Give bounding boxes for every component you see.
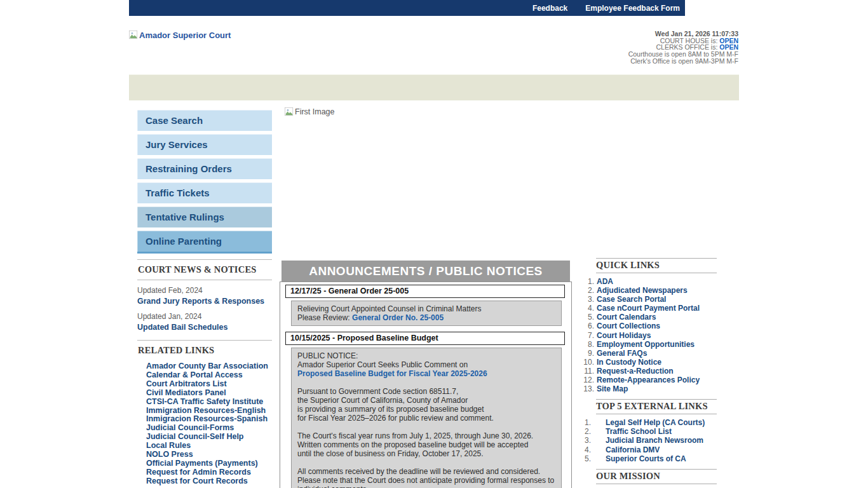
related-link-request-for-court-records[interactable]: Request for Court Records xyxy=(146,477,272,486)
line-gap xyxy=(297,458,555,467)
announcement-text: Relieving Court Appointed Counsel in Cri… xyxy=(297,304,481,313)
top5-link-traffic-school-list[interactable]: Traffic School List xyxy=(606,427,672,436)
first-image-alt-text: First Image xyxy=(295,107,335,116)
announcement-link-general-order-no-25-005[interactable]: General Order No. 25-005 xyxy=(352,313,444,322)
announcement-link-proposed-baseline-budget-for-fiscal-year-2025-2026[interactable]: Proposed Baseline Budget for Fiscal Year… xyxy=(297,369,487,378)
related-link-official-payments-payments[interactable]: Official Payments (Payments) xyxy=(146,459,272,468)
news-link-grand-jury-reports-responses[interactable]: Grand Jury Reports & Responses xyxy=(137,297,264,306)
site-logo-link[interactable]: Amador Superior Court xyxy=(129,30,231,41)
quick-link-item: 6.Court Collections xyxy=(583,322,721,330)
announcement-text: All comments received by the deadline wi… xyxy=(297,467,540,476)
top5-link-california-dmv[interactable]: California DMV xyxy=(606,445,660,454)
quick-link-item: 13.Site Map xyxy=(583,384,721,393)
top5-links-heading: TOP 5 EXTERNAL LINKS xyxy=(596,401,717,412)
clerk-hours: Clerk's Office is open 9AM-3PM M-F xyxy=(628,58,738,65)
divider xyxy=(596,399,717,400)
top5-link-judicial-branch-newsroom[interactable]: Judicial Branch Newsroom xyxy=(606,436,703,445)
line-gap xyxy=(297,378,555,387)
site-logo-alt-text: Amador Superior Court xyxy=(139,30,231,40)
announcement-line: the Superior Court of California, County… xyxy=(297,396,555,405)
top5-link-item: 2.Traffic School List xyxy=(583,427,721,436)
related-link-judicial-council-self-help[interactable]: Judicial Council-Self Help xyxy=(146,433,272,442)
announcement-line: Proposed Baseline Budget for Fiscal Year… xyxy=(297,369,555,378)
related-link-amador-county-bar-association[interactable]: Amador County Bar Association xyxy=(146,362,272,371)
top5-link-item: 5.Superior Courts of CA xyxy=(583,454,721,463)
announcement-line: All comments received by the deadline wi… xyxy=(297,467,555,476)
divider xyxy=(137,259,272,260)
announcement-title: 10/15/2025 - Proposed Baseline Budget xyxy=(285,332,565,345)
news-link-updated-bail-schedules[interactable]: Updated Bail Schedules xyxy=(137,323,227,332)
announcement-line: Please note that the Court does not anti… xyxy=(297,476,555,485)
quick-link-case-search-portal[interactable]: Case Search Portal xyxy=(597,295,666,304)
mission-heading-wrap: OUR MISSION xyxy=(596,469,717,484)
quick-link-request-a-reduction[interactable]: Request-a-Reduction xyxy=(597,367,674,376)
announcement-text: individual comments. xyxy=(297,485,369,488)
divider xyxy=(137,280,272,280)
nav-button-restraining-orders[interactable]: Restraining Orders xyxy=(137,158,272,179)
mission-heading: OUR MISSION xyxy=(596,471,717,482)
header-banner-strip xyxy=(129,74,739,100)
announcement-text: for Fiscal Year 2025–2026 for public rev… xyxy=(297,414,494,423)
nav-button-jury-services[interactable]: Jury Services xyxy=(137,134,272,155)
news-item: Updated Jan, 2024Updated Bail Schedules xyxy=(137,312,272,332)
related-link-civil-mediators-panel[interactable]: Civil Mediators Panel xyxy=(146,389,272,398)
quick-link-employment-opportunities[interactable]: Employment Opportunities xyxy=(597,340,695,349)
nav-button-tentative-rulings[interactable]: Tentative Rulings xyxy=(137,207,272,227)
related-link-calendar-portal-access[interactable]: Calendar & Portal Access xyxy=(146,371,272,380)
list-number: 2. xyxy=(583,286,594,295)
top5-link-item: 3.Judicial Branch Newsroom xyxy=(583,436,721,445)
nav-button-case-search[interactable]: Case Search xyxy=(137,110,272,131)
quick-link-court-calendars[interactable]: Court Calendars xyxy=(597,313,656,322)
announcement-line: The Court's fiscal year runs from July 1… xyxy=(297,431,555,440)
list-number: 5. xyxy=(583,313,594,322)
quick-link-in-custody-notice[interactable]: In Custody Notice xyxy=(597,358,661,367)
quick-link-court-collections[interactable]: Court Collections xyxy=(597,322,660,330)
top5-link-superior-courts-of-ca[interactable]: Superior Courts of CA xyxy=(606,454,686,463)
quick-links-heading-wrap: QUICK LINKS xyxy=(596,258,717,273)
quick-link-item: 10.In Custody Notice xyxy=(583,358,721,367)
list-number: 3. xyxy=(583,436,591,445)
divider xyxy=(596,484,717,484)
announcement-text: PUBLIC NOTICE: xyxy=(297,351,358,360)
list-number: 4. xyxy=(583,304,594,313)
related-link-ctsi-ca-traffic-safety-institute[interactable]: CTSI-CA Traffic Safety Institute xyxy=(146,398,272,407)
quick-link-general-faqs[interactable]: General FAQs xyxy=(597,349,647,358)
related-link-court-arbitrators-list[interactable]: Court Arbitrators List xyxy=(146,380,272,389)
quick-link-item: 4.Case nCourt Payment Portal xyxy=(583,304,721,313)
quick-links-list: 1.ADA2.Adjudicated Newspapers3.Case Sear… xyxy=(583,277,721,393)
quick-link-remote-appearances-policy[interactable]: Remote-Appearances Policy xyxy=(597,376,700,384)
related-link-judicial-council-forms[interactable]: Judicial Council-Forms xyxy=(146,424,272,433)
related-link-inmigracion-resources-spanish[interactable]: Inmigracion Resources-Spanish xyxy=(146,415,272,424)
announcement-line: Amador Superior Court Seeks Public Comme… xyxy=(297,360,555,369)
quick-link-site-map[interactable]: Site Map xyxy=(597,384,628,393)
related-link-request-for-admin-records[interactable]: Request for Admin Records xyxy=(146,468,272,477)
quick-link-ada[interactable]: ADA xyxy=(597,277,613,286)
news-item: Updated Feb, 2024Grand Jury Reports & Re… xyxy=(137,286,272,306)
list-number: 5. xyxy=(583,454,591,463)
topbar-link-employee-feedback-form[interactable]: Employee Feedback Form xyxy=(585,4,680,13)
announcement-text: Please note that the Court does not anti… xyxy=(297,476,554,485)
list-number: 11. xyxy=(583,367,594,376)
top5-links-list: 1.Legal Self Help (CA Courts)2.Traffic S… xyxy=(583,418,721,463)
top5-link-legal-self-help-ca-courts[interactable]: Legal Self Help (CA Courts) xyxy=(606,418,705,427)
announcement-line: for Fiscal Year 2025–2026 for public rev… xyxy=(297,414,555,423)
announcement-line: until the close of business on Friday, O… xyxy=(297,449,555,458)
top5-link-item: 4.California DMV xyxy=(583,445,721,454)
list-number: 9. xyxy=(583,349,594,358)
nav-button-online-parenting[interactable]: Online Parenting xyxy=(137,231,272,254)
quick-link-item: 7.Court Holidays xyxy=(583,331,721,340)
quick-link-case-ncourt-payment-portal[interactable]: Case nCourt Payment Portal xyxy=(597,304,700,313)
divider xyxy=(596,258,717,259)
related-link-local-rules[interactable]: Local Rules xyxy=(146,442,272,451)
quick-link-adjudicated-newspapers[interactable]: Adjudicated Newspapers xyxy=(597,286,688,295)
quick-link-item: 3.Case Search Portal xyxy=(583,295,721,304)
divider xyxy=(137,340,272,341)
nav-button-traffic-tickets[interactable]: Traffic Tickets xyxy=(137,182,272,203)
related-link-immigration-resources-english[interactable]: Immigration Resources-English xyxy=(146,407,272,416)
announcement-text: until the close of business on Friday, O… xyxy=(297,449,484,458)
broken-image-icon xyxy=(129,30,138,41)
announcement-line: Pursuant to Government Code section 6851… xyxy=(297,387,555,396)
related-link-nolo-press[interactable]: NOLO Press xyxy=(146,451,272,459)
quick-link-court-holidays[interactable]: Court Holidays xyxy=(597,331,651,340)
topbar-link-feedback[interactable]: Feedback xyxy=(532,4,567,13)
